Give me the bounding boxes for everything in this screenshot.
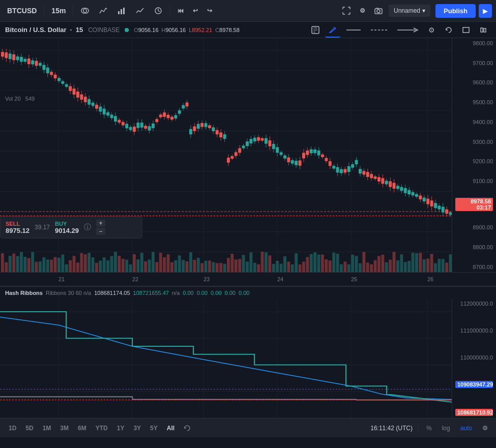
price-9100: 9100.00 bbox=[455, 178, 493, 184]
sell-side: SELL 8975.12 bbox=[6, 221, 30, 234]
info-icon[interactable]: ⓘ bbox=[84, 223, 91, 232]
hash-ribbons-title: Hash Ribbons bbox=[5, 290, 43, 296]
period-all[interactable]: All bbox=[163, 423, 178, 433]
chart-type-button[interactable] bbox=[114, 4, 129, 17]
cursor-tool[interactable] bbox=[308, 22, 323, 38]
camera-button[interactable] bbox=[371, 5, 386, 17]
line-chart-button[interactable] bbox=[132, 4, 148, 17]
time-label-25: 25 bbox=[351, 276, 357, 282]
ribbon-price-111: 111000000.0 bbox=[455, 327, 493, 334]
reset-zoom-button[interactable] bbox=[180, 422, 194, 434]
ribbon-price-112: 112000000.0 bbox=[455, 301, 493, 307]
period-6m[interactable]: 6M bbox=[74, 423, 90, 433]
compare-button[interactable] bbox=[77, 4, 93, 17]
bottom-right-controls: 16:11:42 (UTC) % log auto ⚙ bbox=[370, 423, 491, 434]
fullscreen-button[interactable] bbox=[339, 5, 354, 17]
hash-val6: 0.00 bbox=[211, 290, 221, 296]
draw-settings[interactable]: ⚙ bbox=[424, 22, 439, 38]
chart-title: Bitcoin / U.S. Dollar · 15 bbox=[5, 26, 83, 34]
period-3y[interactable]: 3Y bbox=[130, 423, 144, 433]
time-label-22: 22 bbox=[132, 276, 138, 282]
redo-button[interactable]: ↪ bbox=[204, 5, 215, 16]
hash-val2: 108721655.47 bbox=[133, 290, 169, 296]
separator bbox=[418, 424, 418, 432]
period-1y[interactable]: 1Y bbox=[113, 423, 128, 433]
expand-button[interactable]: ▶ bbox=[479, 4, 492, 18]
separator bbox=[73, 6, 73, 16]
settings-button[interactable]: ⚙ bbox=[357, 5, 368, 16]
bottom-toolbar: 1D 5D 1M 3M 6M YTD 1Y 3Y 5Y All 16:11:42… bbox=[0, 418, 496, 437]
svg-rect-4 bbox=[123, 8, 125, 14]
low-val: L8952.21 bbox=[189, 27, 212, 33]
high-val: H9056.16 bbox=[162, 27, 186, 33]
publish-button[interactable]: Publish bbox=[435, 4, 476, 18]
ribbon-price-110: 110000000.0 bbox=[455, 354, 493, 361]
ribbon-price-axis: 112000000.0 111000000.0 110000000.0 1090… bbox=[452, 298, 496, 418]
ribbon-price-108: 108681710.92 bbox=[455, 409, 493, 416]
time-label-26: 26 bbox=[427, 276, 433, 282]
auto-button[interactable]: auto bbox=[457, 424, 475, 433]
undo-button[interactable]: ↩ bbox=[190, 5, 201, 16]
ribbon-chart-canvas[interactable] bbox=[0, 298, 452, 418]
svg-rect-14 bbox=[484, 28, 486, 32]
current-price-label: 8978.58 03:17 bbox=[455, 198, 493, 211]
percent-button[interactable]: % bbox=[423, 424, 435, 433]
hash-val4: 0.00 bbox=[183, 290, 193, 296]
log-button[interactable]: log bbox=[439, 424, 453, 433]
price-9700: 9700.00 bbox=[455, 60, 493, 66]
period-1m[interactable]: 1M bbox=[39, 423, 55, 433]
price-9500: 9500.00 bbox=[455, 99, 493, 105]
dashed-line-tool[interactable] bbox=[367, 22, 391, 38]
axis-settings-button[interactable]: ⚙ bbox=[479, 423, 491, 434]
price-8900: 8900.00 bbox=[455, 224, 493, 230]
ribbon-chart-container: 112000000.0 111000000.0 110000000.0 1090… bbox=[0, 298, 496, 418]
draw-refresh[interactable] bbox=[441, 22, 456, 38]
line-tool[interactable] bbox=[342, 22, 365, 38]
symbol-label[interactable]: BTCUSD bbox=[4, 5, 40, 17]
period-3m[interactable]: 3M bbox=[56, 423, 72, 433]
price-8800: 8800.00 bbox=[455, 244, 493, 250]
minus-button[interactable]: − bbox=[96, 228, 105, 235]
time-label-23: 23 bbox=[203, 276, 210, 282]
time-label-21: 21 bbox=[59, 276, 65, 282]
candle-tool[interactable] bbox=[476, 22, 491, 38]
pen-tool[interactable] bbox=[325, 22, 340, 38]
svg-rect-2 bbox=[118, 11, 120, 14]
period-5y[interactable]: 5Y bbox=[147, 423, 161, 433]
unnamed-dropdown[interactable]: Unnamed ▾ bbox=[389, 5, 430, 17]
indicators-button[interactable] bbox=[96, 4, 111, 17]
alert-button[interactable] bbox=[151, 4, 166, 17]
timeframe-label[interactable]: 15m bbox=[48, 5, 69, 17]
buy-side: BUY 9014.29 bbox=[55, 221, 79, 234]
top-toolbar: BTCUSD 15m ⏮ ↩ ↪ ⚙ Unnamed ▾ bbox=[0, 0, 496, 22]
ohlc-dot bbox=[125, 28, 129, 32]
price-9300: 9300.00 bbox=[455, 139, 493, 145]
ribbon-price-109: 109083947.29 bbox=[455, 381, 493, 388]
vol-info: Vol 20 549 bbox=[5, 96, 35, 102]
price-8700: 8700.00 bbox=[455, 264, 493, 270]
sell-price: 8975.12 bbox=[6, 227, 30, 234]
hash-val8: 0.00 bbox=[239, 290, 249, 296]
open-val: O9056.16 bbox=[134, 27, 158, 33]
unnamed-label: Unnamed bbox=[394, 7, 420, 14]
hash-ribbons-info: Hash Ribbons Ribbons 30 60 n/a 108681174… bbox=[0, 286, 496, 298]
buy-price: 9014.29 bbox=[55, 227, 79, 234]
rect-tool[interactable] bbox=[458, 22, 474, 38]
svg-point-7 bbox=[377, 10, 380, 13]
utc-time: 16:11:42 (UTC) bbox=[370, 425, 413, 432]
price-axis: 9800.00 9700.00 9600.00 9500.00 9400.00 … bbox=[452, 38, 496, 272]
price-9200: 9200.00 bbox=[455, 158, 493, 164]
separator bbox=[170, 6, 170, 16]
svg-rect-12 bbox=[463, 27, 469, 33]
time-axis: 21 22 23 24 25 26 bbox=[0, 272, 496, 286]
period-1d[interactable]: 1D bbox=[5, 423, 20, 433]
plus-button[interactable]: + bbox=[96, 220, 105, 227]
price-9400: 9400.00 bbox=[455, 119, 493, 125]
period-ytd[interactable]: YTD bbox=[92, 423, 111, 433]
period-5d[interactable]: 5D bbox=[22, 423, 37, 433]
plus-minus-controls: + − bbox=[96, 220, 105, 235]
rewind-button[interactable]: ⏮ bbox=[174, 5, 187, 16]
hash-val5: 0.00 bbox=[197, 290, 208, 296]
price-9800: 9800.00 bbox=[455, 40, 493, 46]
arrow-tool[interactable] bbox=[393, 22, 422, 38]
